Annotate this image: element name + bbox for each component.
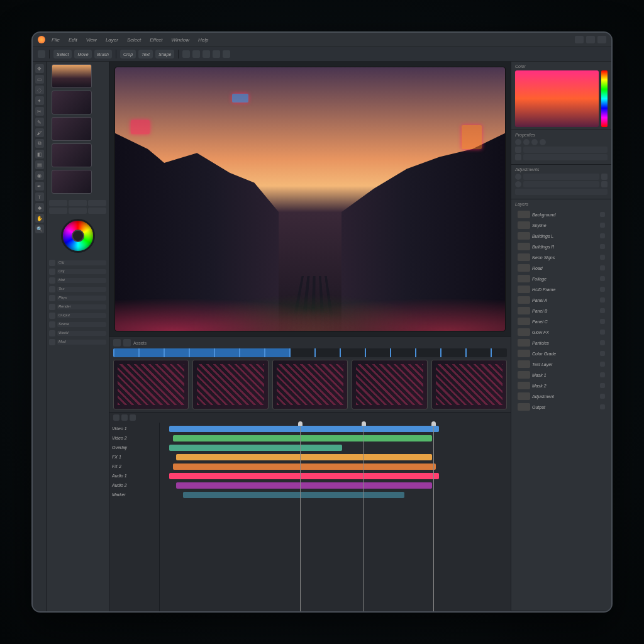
- property-field[interactable]: [523, 147, 608, 153]
- menu-effect[interactable]: Effect: [147, 36, 165, 43]
- visibility-toggle-icon[interactable]: [600, 276, 605, 281]
- redo-icon[interactable]: [192, 50, 200, 58]
- radio-icon[interactable]: [523, 139, 530, 145]
- lasso-tool-icon[interactable]: ◌: [35, 86, 44, 94]
- visibility-toggle-icon[interactable]: [600, 330, 605, 335]
- track-label[interactable]: Video 2: [109, 433, 159, 443]
- asset-clip[interactable]: [113, 360, 189, 409]
- crop-tool-icon[interactable]: ✂: [35, 107, 44, 116]
- timeline-clip[interactable]: [173, 464, 436, 470]
- asset-sort-icon[interactable]: [123, 339, 131, 347]
- visibility-toggle-icon[interactable]: [600, 372, 605, 377]
- shield-icon[interactable]: [203, 50, 210, 58]
- radio-icon[interactable]: [540, 139, 546, 145]
- visibility-toggle-icon[interactable]: [600, 351, 605, 356]
- menu-view[interactable]: View: [84, 36, 99, 43]
- layer-item[interactable]: Text Layer: [518, 359, 605, 369]
- thumbnail-item[interactable]: [52, 91, 92, 114]
- window-close-icon[interactable]: [597, 36, 606, 43]
- menu-window[interactable]: Window: [169, 36, 192, 43]
- layer-item[interactable]: Particles: [518, 338, 605, 348]
- layer-item[interactable]: Panel B: [518, 306, 605, 316]
- visibility-toggle-icon[interactable]: [600, 297, 605, 303]
- window-min-icon[interactable]: [575, 36, 584, 43]
- visibility-toggle-icon[interactable]: [600, 394, 605, 399]
- timeline-track[interactable]: [162, 471, 508, 480]
- timeline-track[interactable]: [162, 452, 508, 462]
- timeline-stop-icon[interactable]: [121, 414, 128, 421]
- track-label[interactable]: Marker: [109, 490, 159, 499]
- prop-label[interactable]: Scene: [57, 322, 106, 327]
- toggle-icon[interactable]: [515, 181, 521, 187]
- timeline-track[interactable]: [162, 443, 508, 452]
- layer-item[interactable]: Glow FX: [518, 327, 605, 337]
- mini-tool-icon[interactable]: [69, 208, 87, 214]
- layer-item[interactable]: Mask 1: [518, 370, 605, 380]
- toolbar-move[interactable]: Move: [74, 50, 91, 58]
- undo-icon[interactable]: [182, 50, 190, 58]
- asset-clip[interactable]: [192, 360, 268, 409]
- layer-item[interactable]: Panel A: [518, 295, 605, 305]
- toolbar-select[interactable]: Select: [53, 50, 72, 58]
- mini-tool-icon[interactable]: [69, 200, 87, 206]
- layer-item[interactable]: HUD Frame: [518, 284, 605, 294]
- adjust-field[interactable]: [523, 174, 599, 180]
- gradient-tool-icon[interactable]: ▤: [35, 160, 44, 169]
- prop-label[interactable]: Phys: [57, 296, 106, 301]
- menu-help[interactable]: Help: [196, 36, 211, 43]
- layer-item[interactable]: Buildings L: [518, 231, 605, 241]
- hue-slider[interactable]: [601, 70, 608, 127]
- playhead-marker[interactable]: [433, 423, 434, 611]
- timeline-track[interactable]: [162, 424, 508, 433]
- timeline-clip[interactable]: [176, 454, 432, 460]
- asset-clip[interactable]: [272, 360, 348, 409]
- window-max-icon[interactable]: [586, 36, 595, 43]
- toolbar-brush[interactable]: Brush: [94, 50, 112, 58]
- toggle-icon[interactable]: [601, 181, 608, 187]
- clone-tool-icon[interactable]: ⧉: [35, 139, 44, 148]
- layer-item[interactable]: Foliage: [518, 274, 605, 284]
- prop-label[interactable]: Cfg: [57, 260, 106, 265]
- visibility-toggle-icon[interactable]: [600, 383, 605, 388]
- thumbnail-item[interactable]: [52, 117, 92, 141]
- eraser-tool-icon[interactable]: ◧: [35, 150, 44, 158]
- color-wheel[interactable]: [61, 219, 95, 253]
- mini-tool-icon[interactable]: [88, 208, 106, 214]
- toggle-icon[interactable]: [515, 174, 521, 180]
- visibility-toggle-icon[interactable]: [600, 308, 605, 313]
- asset-clip[interactable]: [352, 360, 427, 409]
- prop-label[interactable]: World: [57, 331, 106, 336]
- prop-label[interactable]: Obj: [57, 269, 106, 274]
- visibility-toggle-icon[interactable]: [600, 319, 605, 324]
- zoom-tool-icon[interactable]: 🔍: [35, 225, 44, 233]
- layer-item[interactable]: Panel C: [518, 316, 605, 326]
- visibility-toggle-icon[interactable]: [600, 233, 605, 238]
- shield-icon[interactable]: [223, 50, 230, 58]
- shape-tool-icon[interactable]: ◆: [35, 203, 44, 212]
- pointer-icon[interactable]: [38, 50, 45, 58]
- timeline-play-icon[interactable]: [113, 414, 119, 421]
- timeline-track[interactable]: [162, 462, 508, 471]
- time-ruler[interactable]: [113, 348, 507, 357]
- timeline-track[interactable]: [162, 433, 508, 443]
- timeline-clip[interactable]: [169, 426, 439, 432]
- track-label[interactable]: Audio 1: [109, 471, 159, 480]
- visibility-toggle-icon[interactable]: [600, 340, 605, 345]
- layer-item[interactable]: Background: [518, 209, 605, 219]
- canvas[interactable]: [114, 67, 506, 331]
- toggle-icon[interactable]: [601, 174, 608, 180]
- visibility-toggle-icon[interactable]: [600, 244, 605, 249]
- layer-item[interactable]: Output: [518, 402, 605, 412]
- eyedropper-tool-icon[interactable]: ✎: [35, 118, 44, 126]
- layer-item[interactable]: Adjustment: [518, 391, 605, 401]
- track-label[interactable]: FX 2: [109, 462, 159, 471]
- property-field[interactable]: [523, 154, 608, 160]
- track-label[interactable]: Audio 2: [109, 480, 159, 490]
- hand-tool-icon[interactable]: ✋: [35, 214, 44, 223]
- menu-layer[interactable]: Layer: [103, 36, 121, 43]
- layer-item[interactable]: Neon Signs: [518, 252, 605, 262]
- timeline-clip[interactable]: [169, 473, 439, 479]
- toolbar-shape[interactable]: Shape: [155, 50, 174, 58]
- visibility-toggle-icon[interactable]: [600, 212, 605, 217]
- track-label[interactable]: Video 1: [109, 424, 159, 433]
